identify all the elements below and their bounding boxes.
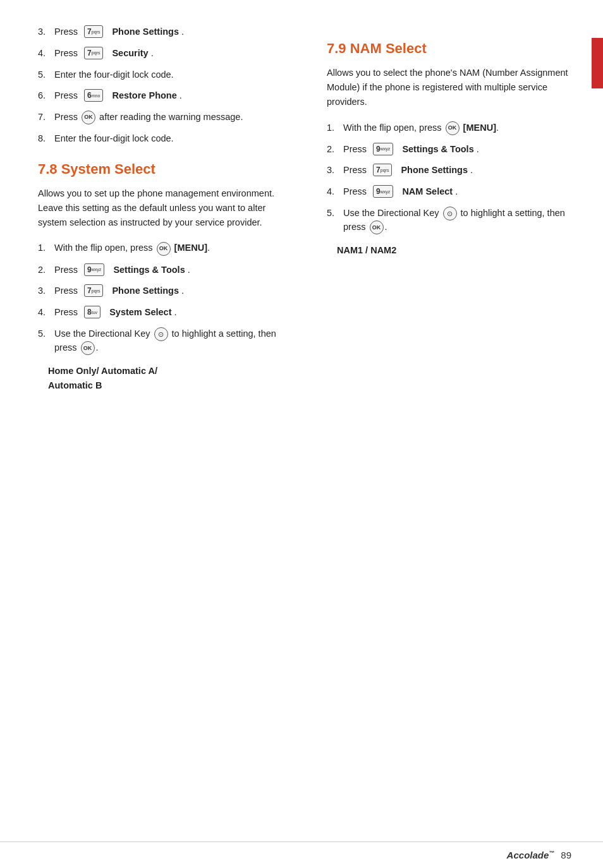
section-78: 7.8 System Select Allows you to set up t… xyxy=(38,161,283,394)
s79-step-num-2: 2. xyxy=(327,143,343,157)
step-num-4: 4. xyxy=(38,47,54,61)
s79-step-2: 2. Press 9wxyz Settings & Tools. xyxy=(327,143,571,157)
s78-step-num-3: 3. xyxy=(38,284,54,298)
s79-step-content-2: Press 9wxyz Settings & Tools. xyxy=(343,143,571,157)
brand-text: Accolade xyxy=(507,850,549,860)
step-item-4: 4. Press 7pqrs Security. xyxy=(38,47,283,61)
s79-step-num-1: 1. xyxy=(327,121,343,135)
s79-step-content-4: Press 9wxyz NAM Select. xyxy=(343,185,571,199)
key-6mno: 6mno xyxy=(84,89,103,102)
page-number: 89 xyxy=(561,850,571,860)
left-column: 3. Press 7pqrs Phone Settings. 4. Press … xyxy=(38,25,295,816)
s78-step-5: 5. Use the Directional Key ⊙ to highligh… xyxy=(38,327,283,355)
section-79-title: 7.9 NAM Select xyxy=(327,40,571,57)
s78-step-3: 3. Press 7pqrs Phone Settings. xyxy=(38,284,283,298)
s78-step-num-2: 2. xyxy=(38,263,54,277)
key-ok-1: OK xyxy=(82,111,95,124)
s78-step-num-4: 4. xyxy=(38,306,54,320)
step-content-3: Press 7pqrs Phone Settings. xyxy=(54,25,283,39)
brand-name: Accolade™ xyxy=(507,850,555,860)
section-78-title: 7.8 System Select xyxy=(38,161,283,178)
step-num-7: 7. xyxy=(38,111,54,124)
step-item-3: 3. Press 7pqrs Phone Settings. xyxy=(38,25,283,39)
dir-key-s79: ⊙ xyxy=(443,207,457,220)
s78-step-1: 1. With the flip open, press OK [MENU]. xyxy=(38,241,283,255)
s78-step-content-2: Press 9wxyz Settings & Tools. xyxy=(54,263,283,277)
step-item-8: 8. Enter the four-digit lock code. xyxy=(38,132,283,146)
key-7pqrs-s78: 7pqrs xyxy=(84,284,103,297)
s79-step-1: 1. With the flip open, press OK [MENU]. xyxy=(327,121,571,135)
s79-step-num-3: 3. xyxy=(327,164,343,178)
section-78-intro: Allows you to set up the phone managemen… xyxy=(38,186,283,231)
s79-step-3: 3. Press 7pqrs Phone Settings. xyxy=(327,164,571,178)
step-content-5: Enter the four-digit lock code. xyxy=(54,68,283,82)
continuation-steps: 3. Press 7pqrs Phone Settings. 4. Press … xyxy=(38,25,283,146)
step-num-5: 5. xyxy=(38,68,54,82)
key-9wxyz-s78: 9wxyz xyxy=(84,263,104,276)
step-content-7: Press OK after reading the warning messa… xyxy=(54,111,283,124)
s79-step-4: 4. Press 9wxyz NAM Select. xyxy=(327,185,571,199)
step-4-label: Security xyxy=(112,47,148,61)
key-7pqrs-2: 7pqrs xyxy=(84,47,103,59)
key-7pqrs-s79: 7pqrs xyxy=(373,164,392,176)
content-area: 3. Press 7pqrs Phone Settings. 4. Press … xyxy=(0,0,603,841)
step-6-label: Restore Phone xyxy=(112,89,176,103)
s78-step-content-3: Press 7pqrs Phone Settings. xyxy=(54,284,283,298)
s78-step-content-1: With the flip open, press OK [MENU]. xyxy=(54,241,283,255)
section-79: 7.9 NAM Select Allows you to select the … xyxy=(327,40,571,258)
step-content-8: Enter the four-digit lock code. xyxy=(54,132,283,146)
footer: Accolade™ 89 xyxy=(0,841,603,868)
dir-key-s78: ⊙ xyxy=(154,327,168,341)
right-tab xyxy=(592,38,603,88)
s78-step-2: 2. Press 9wxyz Settings & Tools. xyxy=(38,263,283,277)
s78-step-content-5: Use the Directional Key ⊙ to highlight a… xyxy=(54,327,283,355)
step-num-6: 6. xyxy=(38,89,54,103)
s78-step-content-4: Press 8tuv System Select. xyxy=(54,306,283,320)
key-9wxyz-s79-2: 9wxyz xyxy=(373,143,393,155)
s79-step-5: 5. Use the Directional Key ⊙ to highligh… xyxy=(327,207,571,234)
section-79-steps: 1. With the flip open, press OK [MENU]. … xyxy=(327,121,571,235)
s78-step-num-5: 5. xyxy=(38,327,54,341)
s79-step-content-1: With the flip open, press OK [MENU]. xyxy=(343,121,571,135)
step-num-3: 3. xyxy=(38,25,54,39)
step-content-6: Press 6mno Restore Phone. xyxy=(54,89,283,103)
step-item-7: 7. Press OK after reading the warning me… xyxy=(38,111,283,124)
s78-step-num-1: 1. xyxy=(38,241,54,255)
key-8tuv-s78: 8tuv xyxy=(84,306,100,318)
section-78-options: Home Only/ Automatic A/Automatic B xyxy=(48,364,283,393)
s79-step-content-3: Press 7pqrs Phone Settings. xyxy=(343,164,571,178)
key-9wxyz-s79-4: 9wxyz xyxy=(373,185,393,198)
page: 3. Press 7pqrs Phone Settings. 4. Press … xyxy=(0,0,603,868)
right-column: 7.9 NAM Select Allows you to select the … xyxy=(314,25,571,816)
s78-step-4: 4. Press 8tuv System Select. xyxy=(38,306,283,320)
step-num-8: 8. xyxy=(38,132,54,146)
s79-step-num-4: 4. xyxy=(327,185,343,199)
step-content-4: Press 7pqrs Security. xyxy=(54,47,283,61)
key-ok-s79-5: OK xyxy=(370,220,384,234)
step-item-5: 5. Enter the four-digit lock code. xyxy=(38,68,283,82)
s79-step-content-5: Use the Directional Key ⊙ to highlight a… xyxy=(343,207,571,234)
step-3-label: Phone Settings xyxy=(112,25,179,39)
section-79-options: NAM1 / NAM2 xyxy=(337,243,571,258)
key-ok-s79-1: OK xyxy=(446,121,460,135)
section-79-intro: Allows you to select the phone's NAM (Nu… xyxy=(327,66,571,110)
section-78-steps: 1. With the flip open, press OK [MENU]. … xyxy=(38,241,283,355)
step-item-6: 6. Press 6mno Restore Phone. xyxy=(38,89,283,103)
trademark-symbol: ™ xyxy=(549,850,554,856)
key-ok-s78-1: OK xyxy=(157,242,171,256)
s79-step-num-5: 5. xyxy=(327,207,343,220)
key-7pqrs-1: 7pqrs xyxy=(84,25,103,38)
key-ok-s78-5: OK xyxy=(81,341,95,355)
